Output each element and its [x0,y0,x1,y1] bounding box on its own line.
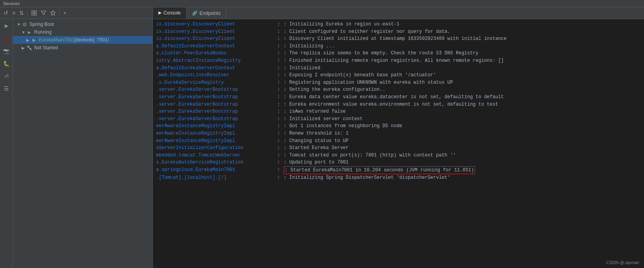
scroll-down-button[interactable]: ⇅ [18,9,25,17]
log-separator: : [274,35,283,43]
stop-button[interactable]: ■ [2,34,11,43]
add-button[interactable]: + [62,9,67,17]
menu-button[interactable]: ☰ [2,84,11,93]
log-message: : Initializing ... [284,43,335,50]
log-line: .server.EurekaServerBootstrap : : Eureka… [156,101,641,108]
endpoints-tab-label: Endpoints [200,11,220,16]
group-button[interactable] [30,9,38,16]
log-line: a.DefaultEurekaServerContext : : Initial… [156,65,641,72]
title-bar: Services [0,0,644,7]
log-line: ix.discovery.DiscoveryClient : : Initial… [156,21,641,28]
eureka-icon: ▶ [31,37,37,43]
log-class-name: .web.EndpointLinksResolver [156,72,274,79]
eureka-label: EurekaMain7001 [39,37,74,43]
endpoints-tab-icon: 🔗 [192,11,198,16]
log-separator: : [274,43,283,50]
run-button[interactable]: ▶ [2,21,11,31]
log-line: .server.EurekaServerBootstrap : : Initia… [156,115,641,123]
log-class-name: ix.discovery.DiscoveryClient [156,35,274,43]
log-separator: : [274,86,283,94]
log-message: : The replica size seems to be empty. Ch… [284,50,479,57]
log-message: : Discovery Client initialized at timest… [284,35,507,43]
log-class-name: a.DefaultEurekaServerContext [156,43,274,50]
log-message: : Eureka environment value eureka.enviro… [284,101,498,108]
log-line: ix.discovery.DiscoveryClient : : Discove… [156,35,641,43]
running-arrow: ▼ [22,30,26,34]
svg-rect-1 [34,11,36,13]
log-class-name: .server.EurekaServerBootstrap [156,86,274,94]
log-line: eerAwareInstanceRegistryImpl : : Got 1 i… [156,122,641,130]
svg-rect-0 [32,11,34,13]
bugs-button[interactable]: 🐛 [2,59,11,68]
running-label: Running [34,29,52,35]
sidebar-toolbar: ↺ ≡ ⇅ [0,7,152,19]
log-line: a.cluster.PeerEurekaNodes : : The replic… [156,50,641,57]
log-message: : Tomcat started on port(s): 7001 (http)… [284,152,456,159]
log-separator: : [274,28,283,36]
notstarted-icon: 🔧 [26,45,33,51]
log-message: : Changing status to UP [284,137,349,145]
tree-item-running[interactable]: ▼ ▶ Running [13,28,152,36]
refresh-button[interactable]: ↺ [2,9,9,17]
log-separator: : [274,130,283,137]
log-class-name: .server.EurekaServerBootstrap [156,115,274,123]
log-class-name: .server.EurekaServerBootstrap [156,101,274,108]
toolbar-separator-2 [59,10,60,16]
log-class-name: a.cluster.PeerEurekaNodes [156,50,274,57]
log-separator: : [274,122,283,130]
log-message: : Initialized server context [284,115,363,123]
log-class-name: istry.AbstractInstanceRegistry [156,57,274,65]
log-separator: : [274,137,283,145]
log-line: mbedded.tomcat.TomcatWebServer : : Tomca… [156,152,641,159]
tree-item-notstarted[interactable]: ▶ 🔧 Not Started [13,44,152,52]
log-separator: : [274,65,283,72]
svg-rect-2 [32,13,34,15]
log-message: : Updating port to 7001 [284,159,349,166]
log-message: : Registering application UNKNOWN with e… [284,79,453,86]
log-class-name: s.EurekaAutoServiceRegistration [156,159,274,166]
eureka-arrow: ▶ [26,38,31,42]
log-line: eerAwareInstanceRegistryImpl : : Renew t… [156,130,641,137]
scroll-up-button[interactable]: ≡ [11,9,16,17]
tab-endpoints[interactable]: 🔗 Endpoints [187,7,226,19]
log-class-name: a.DefaultEurekaServerContext [156,65,274,72]
sidebar: ↺ ≡ ⇅ [0,7,153,268]
log-class-name: mbedded.tomcat.TomcatWebServer [156,152,274,159]
log-line: .server.EurekaServerBootstrap : : Settin… [156,86,641,94]
filter-button[interactable] [40,9,47,16]
log-line: aServerInitializerConfiguration : : Star… [156,144,641,152]
log-line: .server.EurekaServerBootstrap : : isAws … [156,108,641,115]
log-message: : Initializing Spring DispatcherServlet … [284,174,450,182]
springboot-arrow: ▼ [17,22,22,27]
log-separator: : [274,50,283,57]
log-message: : Renew threshold is: 1 [284,130,349,137]
running-icon: ▶ [26,29,33,35]
camera-button[interactable]: 📷 [2,46,11,56]
sidebar-tree: ▼ ⚙ Spring Boot ▼ ▶ Running ▶ ▶ EurekaMa… [13,19,152,268]
notstarted-arrow: ▶ [22,46,26,50]
log-class-name: eerAwareInstanceRegistryImpl [156,122,274,130]
log-class-name: a.springcloud.EurekaMain7001 [156,166,274,174]
log-message: : Client configured to neither register … [284,28,450,36]
main-area: ↺ ≡ ⇅ [0,7,644,268]
log-line: .[Tomcat].[localhost].[/] : : Initializi… [156,174,641,182]
log-class-name: eerAwareInstanceRegistryImpl [156,137,274,145]
tree-item-eurekamain[interactable]: ▶ ▶ EurekaMain7001 [devtools] :7001/ [13,36,152,44]
tree-item-springboot[interactable]: ▼ ⚙ Spring Boot [13,20,152,28]
tab-console[interactable]: ▶ Console [153,7,187,19]
log-message: : Finished initializing remote region re… [284,57,504,65]
log-line: a.springcloud.EurekaMain7001 : : Started… [156,166,641,174]
left-action-icons: ▶ ■ 📷 🐛 ⏎ ☰ [0,19,13,268]
log-line: .server.EurekaServerBootstrap : : Eureka… [156,94,641,101]
log-line: s.EurekaAutoServiceRegistration : : Upda… [156,159,641,166]
springboot-label: Spring Boot [29,22,54,27]
log-separator: : [274,21,283,28]
log-separator: : [274,108,283,115]
console-output[interactable]: ix.discovery.DiscoveryClient : : Initial… [153,19,644,268]
exit-button[interactable]: ⏎ [2,71,11,81]
console-tab-label: Console [163,10,181,16]
eureka-suffix: [devtools] :7001/ [74,37,109,43]
log-line: istry.AbstractInstanceRegistry : : Finis… [156,57,641,65]
pin-button[interactable] [49,9,57,16]
log-message: : Setting the eureka configuration.. [284,86,385,94]
